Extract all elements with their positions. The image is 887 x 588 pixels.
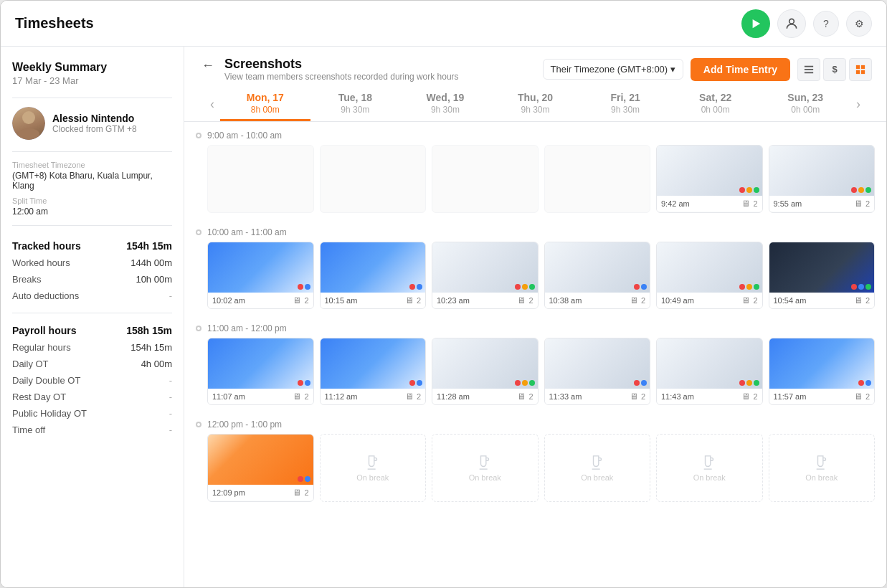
screenshot-card[interactable]: 10:38 am 🖥 2	[544, 242, 651, 309]
day-col[interactable]: Thu, 20 9h 30m	[490, 87, 581, 121]
screenshot-card[interactable]: 9:55 am 🖥 2	[769, 145, 876, 213]
screenshot-meta: 🖥 2	[293, 392, 308, 402]
screenshot-image	[657, 242, 762, 293]
monitor-icon: 🖥	[405, 392, 414, 402]
avatar	[12, 107, 45, 140]
screenshot-card[interactable]: 10:23 am 🖥 2	[432, 242, 539, 309]
screenshot-footer: 9:55 am 🖥 2	[769, 196, 875, 212]
timezone-value: (GMT+8) Kota Bharu, Kuala Lumpur, Klang	[12, 171, 172, 191]
screenshot-card[interactable]: 10:02 am 🖥 2	[207, 242, 314, 309]
indicator-dot	[851, 284, 857, 290]
screenshot-indicators	[858, 380, 871, 386]
indicator-dot	[746, 284, 752, 290]
day-col[interactable]: Fri, 21 9h 30m	[580, 87, 670, 121]
payroll-value: 158h 15m	[126, 325, 172, 336]
avatar-face	[12, 107, 45, 140]
daily-ot-label: Daily OT	[12, 359, 49, 369]
screenshot-card[interactable]: 11:12 am 🖥 2	[320, 338, 427, 405]
sidebar-divider-4	[12, 313, 172, 313]
back-button[interactable]: ←	[199, 57, 217, 75]
indicator-dot	[858, 284, 864, 290]
indicator-dot	[522, 284, 528, 290]
svg-point-1	[789, 19, 794, 24]
screenshot-card[interactable]: 12:09 pm 🖥 2	[207, 434, 314, 502]
day-col[interactable]: Wed, 19 9h 30m	[400, 87, 490, 121]
empty-screenshot-card	[207, 145, 314, 213]
monitor-icon: 🖥	[741, 199, 750, 209]
top-bar: Timesheets ? ⚙	[1, 1, 886, 47]
grid-view-button[interactable]	[849, 58, 872, 81]
dollar-view-button[interactable]: $	[823, 58, 846, 81]
screenshot-card[interactable]: 11:43 am 🖥 2	[656, 338, 763, 405]
screenshot-card[interactable]: 9:42 am 🖥 2	[656, 145, 763, 213]
screenshot-time: 10:02 am	[212, 296, 245, 305]
indicator-dot	[409, 380, 415, 386]
indicator-dot	[417, 284, 422, 290]
settings-button[interactable]: ⚙	[846, 11, 872, 37]
screenshot-card[interactable]: 11:57 am 🖥 2	[769, 338, 876, 405]
public-holiday-ot-label: Public Holiday OT	[12, 408, 87, 419]
screenshot-footer: 10:38 am 🖥 2	[545, 293, 650, 308]
indicator-dot	[409, 284, 415, 290]
day-col[interactable]: Tue, 18 9h 30m	[310, 87, 401, 121]
on-break-card: On break	[320, 434, 427, 502]
day-col[interactable]: Sat, 22 0h 00m	[670, 87, 761, 121]
screenshot-footer: 10:49 am 🖥 2	[657, 293, 762, 308]
svg-rect-8	[861, 70, 865, 73]
screenshot-footer: 11:43 am 🖥 2	[657, 389, 762, 404]
list-view-button[interactable]	[797, 58, 820, 81]
timezone-label: Timesheet Timezone	[12, 161, 172, 169]
monitor-icon: 🖥	[405, 295, 414, 305]
next-week-button[interactable]: ›	[850, 94, 866, 115]
screenshot-time: 10:15 am	[325, 296, 358, 305]
day-name: Fri, 21	[583, 92, 668, 103]
indicator-dot	[515, 284, 521, 290]
screenshot-footer: 11:28 am 🖥 2	[432, 389, 538, 404]
screenshot-time: 10:49 am	[661, 296, 694, 305]
daily-double-ot-value: -	[169, 375, 172, 386]
screenshot-footer: 9:42 am 🖥 2	[657, 196, 762, 212]
main-header-top: ← Screenshots View team members screensh…	[199, 57, 872, 82]
on-break-card: On break	[656, 434, 763, 502]
time-label: 12:00 pm - 1:00 pm	[196, 411, 875, 434]
screenshot-card[interactable]: 11:07 am 🖥 2	[207, 338, 314, 405]
help-button[interactable]: ?	[813, 11, 839, 37]
on-break-label: On break	[469, 473, 501, 482]
timezone-select[interactable]: Their Timezone (GMT+8:00) ▾	[543, 59, 683, 80]
monitor-icon: 🖥	[293, 488, 301, 498]
screenshots-grid: 12:09 pm 🖥 2 On break	[196, 434, 875, 502]
on-break-card: On break	[544, 434, 651, 502]
screenshot-card[interactable]: 10:49 am 🖥 2	[656, 242, 763, 309]
day-col[interactable]: Sun, 23 0h 00m	[760, 87, 850, 121]
screenshot-card[interactable]: 11:33 am 🖥 2	[544, 338, 651, 405]
empty-screenshot-card	[432, 145, 539, 213]
screenshot-indicators	[515, 380, 535, 386]
add-time-entry-button[interactable]: Add Time Entry	[691, 58, 790, 81]
screenshot-card[interactable]: 10:54 am 🖥 2	[769, 242, 876, 309]
screenshot-indicators	[739, 380, 759, 386]
screenshot-time: 11:12 am	[325, 392, 358, 401]
day-col[interactable]: Mon, 17 8h 00m	[220, 87, 310, 121]
play-button[interactable]	[741, 9, 770, 38]
time-dot	[196, 422, 201, 427]
screenshot-card[interactable]: 10:15 am 🖥 2	[320, 242, 427, 309]
screenshot-image	[208, 435, 313, 485]
user-avatar-button[interactable]	[777, 9, 806, 38]
screenshot-footer: 10:02 am 🖥 2	[208, 293, 313, 308]
break-cup-icon	[701, 455, 717, 470]
scroll-area[interactable]: 9:00 am - 10:00 am 9:42 am 🖥 2	[184, 122, 886, 587]
screenshot-footer: 12:09 pm 🖥 2	[208, 485, 313, 501]
indicator-dot	[754, 187, 759, 193]
prev-week-button[interactable]: ‹	[204, 94, 220, 115]
screenshot-card[interactable]: 11:28 am 🖥 2	[432, 338, 539, 405]
monitor-icon: 🖥	[517, 392, 526, 402]
time-off-value: -	[169, 425, 172, 435]
indicator-dot	[305, 476, 310, 482]
screenshot-count: 2	[865, 392, 870, 401]
sidebar-divider	[12, 98, 172, 98]
screenshot-indicators	[298, 284, 310, 290]
indicator-dot	[858, 187, 864, 193]
screenshot-meta: 🖥 2	[405, 392, 421, 402]
break-cup-icon	[814, 455, 830, 470]
screenshot-time: 11:43 am	[661, 392, 694, 401]
